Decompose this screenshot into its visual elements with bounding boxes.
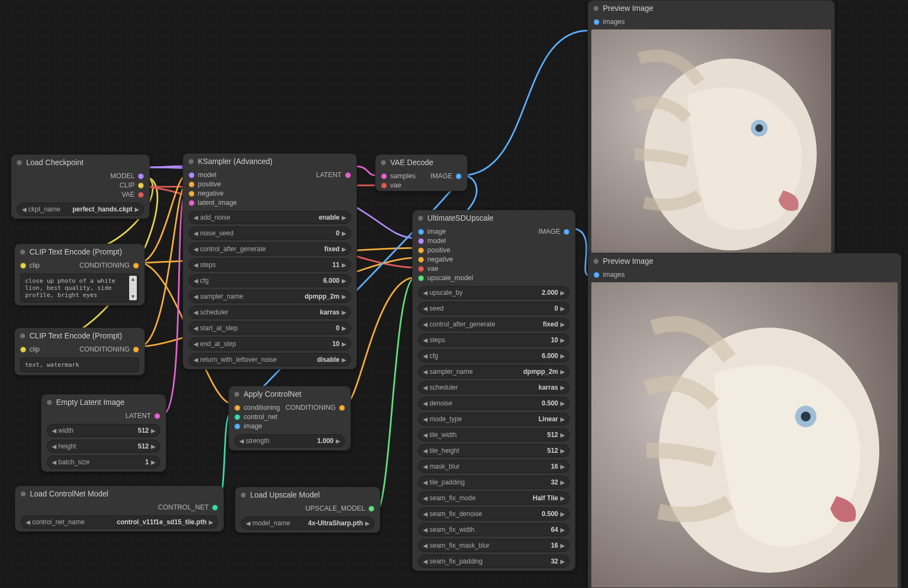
- preview-image: [591, 29, 831, 256]
- node-preview-image-bottom[interactable]: Preview Image images: [588, 253, 901, 588]
- widget-upscale_by[interactable]: ◀upscale_by2.000▶: [418, 286, 570, 299]
- widget-control_after_generate[interactable]: ◀control_after_generatefixed▶: [418, 318, 570, 331]
- widget-tile_height[interactable]: ◀tile_height512▶: [418, 444, 570, 457]
- widget-return_with_leftover_noise[interactable]: ◀return_with_leftover_noisedisable▶: [189, 353, 351, 366]
- widget-mode_type[interactable]: ◀mode_typeLinear▶: [418, 413, 570, 426]
- widget-upscale-model-name[interactable]: ◀model_name4x-UltraSharp.pth▶: [241, 517, 374, 530]
- node-empty-latent-image[interactable]: Empty Latent Image LATENT ◀width512▶ ◀he…: [41, 394, 166, 472]
- svg-point-7: [801, 411, 810, 421]
- node-load-controlnet-model[interactable]: Load ControlNet Model CONTROL_NET ◀contr…: [15, 486, 224, 532]
- node-title: Apply ControlNet: [244, 390, 301, 398]
- widget-seam_fix_mask_blur[interactable]: ◀seam_fix_mask_blur16▶: [418, 539, 570, 552]
- widget-strength[interactable]: ◀strength1.000▶: [234, 434, 345, 447]
- widget-steps[interactable]: ◀steps11▶: [189, 258, 351, 271]
- preview-image: [591, 282, 898, 587]
- widget-end_at_step[interactable]: ◀end_at_step10▶: [189, 337, 351, 350]
- widget-denoise[interactable]: ◀denoise0.500▶: [418, 397, 570, 410]
- node-ultimate-sd-upscale[interactable]: UltimateSDUpscale image model positive n…: [412, 210, 576, 571]
- node-title: CLIP Text Encode (Prompt): [29, 247, 122, 256]
- node-ksampler-advanced[interactable]: KSampler (Advanced) model positive negat…: [183, 153, 357, 369]
- node-load-upscale-model[interactable]: Load Upscale Model UPSCALE_MODEL ◀model_…: [235, 487, 380, 533]
- widget-sampler_name[interactable]: ◀sampler_namedpmpp_2m▶: [189, 290, 351, 303]
- widget-seam_fix_mode[interactable]: ◀seam_fix_modeHalf Tile▶: [418, 492, 570, 505]
- node-vae-decode[interactable]: VAE Decode samples vae IMAGE: [375, 154, 468, 191]
- widget-mask_blur[interactable]: ◀mask_blur16▶: [418, 460, 570, 473]
- widget-scheduler[interactable]: ◀schedulerkarras▶: [189, 306, 351, 319]
- widget-cfg[interactable]: ◀cfg6.000▶: [418, 349, 570, 362]
- svg-point-3: [755, 124, 763, 132]
- node-clip-text-encode-positive[interactable]: CLIP Text Encode (Prompt) clip CONDITION…: [14, 244, 145, 306]
- widget-scheduler[interactable]: ◀schedulerkarras▶: [418, 381, 570, 394]
- widget-sampler_name[interactable]: ◀sampler_namedpmpp_2m▶: [418, 365, 570, 378]
- widget-controlnet-name[interactable]: ◀control_net_namecontrol_v11f1e_sd15_til…: [21, 516, 218, 529]
- widget-width[interactable]: ◀width512▶: [47, 424, 160, 437]
- widget-add_noise[interactable]: ◀add_noiseenable▶: [189, 211, 351, 224]
- node-graph-canvas[interactable]: Load Checkpoint MODEL CLIP VAE ◀ckpt_nam…: [0, 0, 908, 588]
- widget-control_after_generate[interactable]: ◀control_after_generatefixed▶: [189, 243, 351, 256]
- widget-noise_seed[interactable]: ◀noise_seed0▶: [189, 227, 351, 240]
- scroll-up-icon[interactable]: ▲: [129, 276, 137, 283]
- widget-seam_fix_width[interactable]: ◀seam_fix_width64▶: [418, 523, 570, 536]
- node-apply-controlnet[interactable]: Apply ControlNet conditioning control_ne…: [228, 386, 351, 451]
- widget-height[interactable]: ◀height512▶: [47, 440, 160, 453]
- node-title: Load Checkpoint: [26, 158, 83, 167]
- widget-tile_width[interactable]: ◀tile_width512▶: [418, 428, 570, 441]
- node-title: Empty Latent Image: [56, 398, 124, 407]
- node-title: Preview Image: [603, 4, 653, 13]
- widget-start_at_step[interactable]: ◀start_at_step0▶: [189, 322, 351, 335]
- node-load-checkpoint[interactable]: Load Checkpoint MODEL CLIP VAE ◀ckpt_nam…: [11, 154, 150, 219]
- node-title: Load ControlNet Model: [30, 489, 108, 498]
- prompt-text-negative[interactable]: text, watermark: [20, 357, 139, 372]
- node-title: Preview Image: [603, 257, 653, 265]
- widget-steps[interactable]: ◀steps10▶: [418, 334, 570, 347]
- scroll-down-icon[interactable]: ▼: [129, 293, 137, 300]
- node-title: CLIP Text Encode (Prompt): [29, 331, 122, 340]
- widget-ckpt-name[interactable]: ◀ckpt_nameperfect_hands.ckpt▶: [17, 203, 144, 216]
- widget-seam_fix_padding[interactable]: ◀seam_fix_padding32▶: [418, 555, 570, 568]
- node-title: UltimateSDUpscale: [427, 214, 493, 222]
- prompt-text-positive[interactable]: close up photo of a white lion, best qua…: [20, 274, 139, 302]
- widget-batch-size[interactable]: ◀batch_size1▶: [47, 456, 160, 469]
- widget-cfg[interactable]: ◀cfg6.000▶: [189, 274, 351, 287]
- widget-seam_fix_denoise[interactable]: ◀seam_fix_denoise0.500▶: [418, 507, 570, 520]
- node-title: Load Upscale Model: [250, 490, 320, 499]
- widget-tile_padding[interactable]: ◀tile_padding32▶: [418, 476, 570, 489]
- widget-seed[interactable]: ◀seed0▶: [418, 302, 570, 315]
- node-title: KSampler (Advanced): [198, 157, 273, 166]
- node-title: VAE Decode: [390, 158, 433, 167]
- node-clip-text-encode-negative[interactable]: CLIP Text Encode (Prompt) clip CONDITION…: [14, 328, 145, 375]
- node-preview-image-top[interactable]: Preview Image images: [588, 0, 835, 259]
